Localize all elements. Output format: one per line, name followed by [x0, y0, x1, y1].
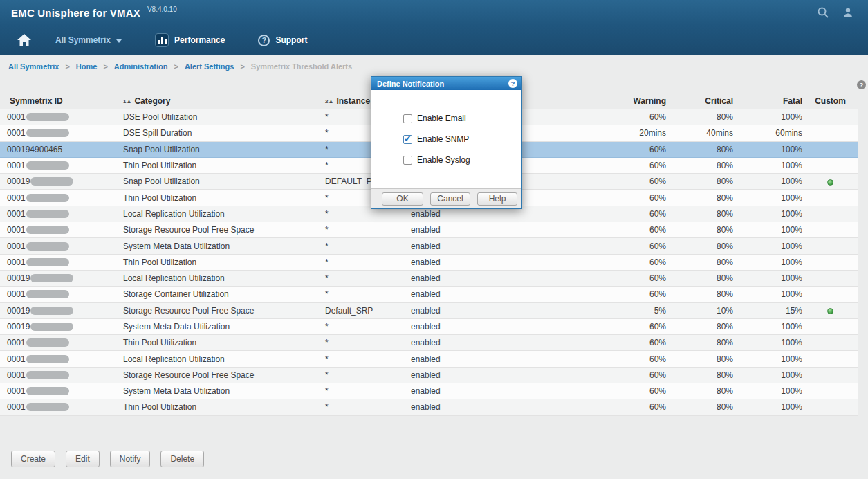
redaction-blob: [26, 338, 69, 347]
cell-critical: 80%: [666, 289, 733, 299]
col-label: Symmetrix ID: [10, 96, 63, 106]
cell-critical: 80%: [666, 257, 733, 267]
redaction-blob: [26, 355, 69, 363]
enable-syslog-checkbox[interactable]: [403, 156, 412, 165]
cell-fatal: 100%: [733, 242, 802, 251]
cell-warning: 60%: [484, 257, 666, 267]
col-custom[interactable]: Custom: [802, 96, 858, 106]
cell-category: Local Replication Utilization: [116, 209, 318, 219]
nav-performance[interactable]: Performance: [155, 33, 225, 47]
cell-category: Storage Container Utilization: [116, 289, 318, 299]
cell-state: enabled: [394, 338, 484, 347]
table-row[interactable]: 0001Thin Pool Utilization*enabled60%80%1…: [0, 399, 858, 415]
dialog-titlebar[interactable]: Define Notification ?: [371, 77, 521, 90]
cell-state: enabled: [394, 306, 484, 316]
cell-fatal: 100%: [733, 193, 802, 203]
cell-instance: Default_SRP: [318, 306, 394, 316]
breadcrumb-link-home[interactable]: Home: [76, 62, 98, 71]
cell-instance: *: [318, 257, 394, 267]
enable-email-checkbox[interactable]: [403, 114, 412, 123]
sort-indicator: 1▲: [123, 98, 131, 105]
cell-critical: 80%: [666, 242, 733, 251]
table-row[interactable]: 0001Storage Resource Pool Free Space*ena…: [0, 368, 858, 383]
breadcrumb-link-all-symmetrix[interactable]: All Symmetrix: [8, 62, 59, 71]
table-row[interactable]: 00019System Meta Data Utilization*enable…: [0, 319, 858, 335]
cancel-button[interactable]: Cancel: [430, 192, 470, 206]
cell-instance: *: [318, 225, 394, 235]
cell-category: System Meta Data Utilization: [116, 322, 318, 332]
cell-warning: 60%: [484, 354, 666, 364]
dialog-title: Define Notification: [377, 80, 444, 88]
cell-state: enabled: [394, 289, 484, 299]
table-row[interactable]: 00019Local Replication Utilization*enabl…: [0, 271, 858, 287]
notify-button[interactable]: Notify: [110, 451, 151, 467]
cell-category: DSE Spill Duration: [116, 128, 318, 138]
table-row[interactable]: 00019Storage Resource Pool Free SpaceDef…: [0, 303, 858, 319]
delete-button[interactable]: Delete: [160, 451, 204, 467]
cell-category: Thin Pool Utilization: [116, 338, 318, 347]
col-label: Warning: [633, 96, 666, 106]
dialog-help-button[interactable]: Help: [477, 192, 517, 206]
table-row[interactable]: 0001Local Replication Utilization*enable…: [0, 351, 858, 367]
cell-instance: *: [318, 322, 394, 332]
table-row[interactable]: 0001System Meta Data Utilization*enabled…: [0, 238, 858, 254]
cell-category: DSE Pool Utilization: [116, 112, 318, 122]
table-row[interactable]: 0001Storage Container Utilization*enable…: [0, 287, 858, 302]
enable-snmp-checkbox[interactable]: [403, 135, 412, 144]
redaction-blob: [26, 210, 69, 218]
cell-custom: [802, 177, 858, 186]
user-icon[interactable]: [842, 6, 854, 19]
cell-symmetrix-id: 0001: [0, 289, 116, 299]
cell-state: enabled: [394, 273, 484, 283]
cell-category: Local Replication Utilization: [116, 354, 318, 364]
ok-button[interactable]: OK: [382, 192, 423, 206]
redaction-blob: [26, 194, 69, 202]
redaction-blob: [26, 258, 69, 266]
cell-critical: 80%: [666, 112, 733, 122]
nav-support[interactable]: ? Support: [258, 35, 307, 46]
breadcrumb: All Symmetrix > Home > Administration > …: [0, 55, 868, 78]
cell-fatal: 100%: [733, 370, 802, 380]
cell-fatal: 60mins: [733, 128, 802, 138]
enable-snmp-row[interactable]: Enable SNMP: [403, 129, 521, 150]
cell-instance: *: [318, 370, 394, 380]
search-icon[interactable]: [817, 6, 829, 19]
enable-email-row[interactable]: Enable Email: [403, 108, 521, 129]
cell-fatal: 100%: [733, 338, 802, 347]
cell-critical: 80%: [666, 225, 733, 235]
table-row[interactable]: 0001Thin Pool Utilization*enabled60%80%1…: [0, 335, 858, 351]
redaction-blob: [26, 129, 69, 137]
custom-indicator-icon: [827, 308, 833, 314]
symmetrix-selector[interactable]: All Symmetrix: [55, 35, 122, 45]
cell-critical: 80%: [666, 370, 733, 380]
cell-fatal: 100%: [733, 289, 802, 299]
col-critical[interactable]: Critical: [666, 96, 733, 106]
home-icon: [17, 33, 32, 47]
cell-state: enabled: [394, 402, 484, 412]
cell-category: System Meta Data Utilization: [116, 386, 318, 396]
table-row[interactable]: 0001Storage Resource Pool Free Space*ena…: [0, 222, 858, 238]
enable-syslog-row[interactable]: Enable Syslog: [403, 150, 521, 170]
home-button[interactable]: [17, 33, 32, 47]
dialog-footer: OK Cancel Help: [371, 188, 521, 208]
cell-critical: 80%: [666, 177, 733, 186]
cell-fatal: 15%: [733, 306, 802, 316]
cell-fatal: 100%: [733, 354, 802, 364]
enable-snmp-label: Enable SNMP: [417, 134, 469, 144]
breadcrumb-link-alert-settings[interactable]: Alert Settings: [185, 62, 234, 71]
table-row[interactable]: 0001Thin Pool Utilization*enabled60%80%1…: [0, 255, 858, 271]
app-window: EMC Unisphere for VMAX V8.4.0.10 All Sym…: [0, 0, 868, 479]
create-button[interactable]: Create: [11, 451, 55, 467]
dialog-help-icon[interactable]: ?: [508, 79, 517, 88]
breadcrumb-link-administration[interactable]: Administration: [114, 62, 168, 71]
table-row[interactable]: 0001System Meta Data Utilization*enabled…: [0, 383, 858, 399]
page-help-icon[interactable]: ?: [857, 80, 866, 89]
col-symmetrix-id[interactable]: Symmetrix ID: [0, 96, 116, 106]
cell-state: enabled: [394, 242, 484, 251]
col-category[interactable]: 1▲Category: [116, 96, 318, 106]
redaction-blob: [26, 226, 69, 234]
edit-button[interactable]: Edit: [66, 451, 100, 467]
support-question-icon: ?: [258, 35, 270, 46]
col-fatal[interactable]: Fatal: [733, 96, 802, 106]
cell-warning: 60%: [484, 402, 666, 412]
